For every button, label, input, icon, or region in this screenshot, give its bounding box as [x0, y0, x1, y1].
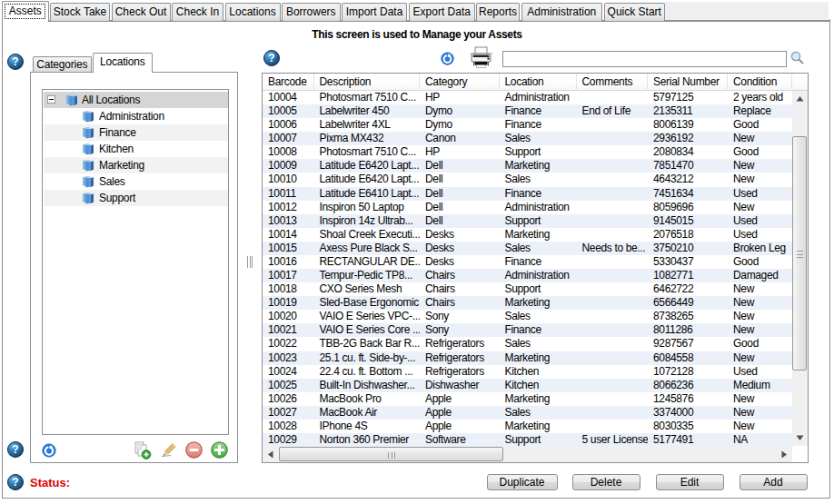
svg-text:?: ? — [12, 55, 18, 68]
svg-text:?: ? — [12, 443, 18, 456]
svg-text:?: ? — [12, 476, 18, 489]
svg-text:?: ? — [268, 52, 274, 64]
